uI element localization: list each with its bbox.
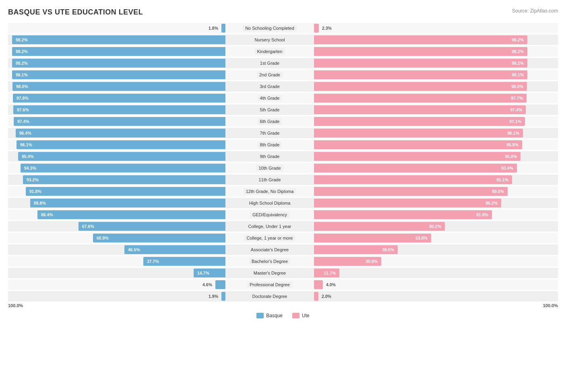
basque-bar [221,24,225,33]
chart-row: 98.1%2nd Grade98.1% [8,70,558,80]
basque-bar: 60.9% [93,234,225,242]
basque-value: 1.8% [209,26,218,31]
legend: Basque Ute [8,313,558,318]
basque-bar: 97.8% [13,94,225,103]
ute-value: 98.2% [512,49,526,54]
left-col: 67.6% [8,222,225,231]
basque-value: 98.2% [14,37,28,42]
ute-value: 96.1% [507,131,521,135]
row-label: High School Diploma [225,200,314,206]
right-col: 97.4% [314,105,531,114]
basque-swatch [256,313,264,318]
label-pill: College, Under 1 year [246,223,293,230]
row-label: 1st Grade [225,60,314,66]
basque-value: 86.4% [39,212,53,217]
right-col: 86.2% [314,199,531,207]
left-col: 37.7% [8,257,225,266]
chart-row: 46.5%Associate's Degree38.6% [8,244,558,255]
chart-row: 97.4%6th Grade97.1% [8,116,558,127]
label-pill: Nursery School [252,37,287,43]
basque-bar [215,280,225,289]
basque-bar: 95.4% [18,152,225,161]
label-pill: Associate's Degree [248,246,291,253]
right-col: 30.9% [314,257,531,266]
chart-row: 95.4%9th Grade95.0% [8,151,558,162]
ute-value: 98.2% [512,61,526,66]
ute-bar: 98.2% [314,47,527,56]
ute-value: 91.1% [496,177,510,182]
left-col: 98.2% [8,35,225,44]
basque-value: 98.0% [14,84,28,89]
basque-value: 89.8% [32,201,46,205]
basque-value: 46.5% [126,247,140,252]
ute-value: 97.7% [511,96,525,101]
basque-value: 97.4% [15,119,29,124]
basque-bar: 94.3% [21,164,225,172]
right-col: 98.0% [314,82,531,91]
basque-value: 98.2% [14,49,28,54]
chart-row: 93.2%11th Grade91.1% [8,174,558,185]
ute-value: 89.0% [492,189,506,194]
chart-area: 1.8%No Schooling Completed2.3%98.2%Nurse… [8,23,558,302]
label-pill: 12th Grade, No Diploma [244,188,296,195]
label-pill: 8th Grade [258,142,282,148]
row-label: 9th Grade [225,153,314,160]
ute-bar: 96.1% [314,129,523,138]
right-col: 2.0% [314,292,531,301]
label-pill: 11th Grade [256,177,283,183]
label-pill: 2nd Grade [257,72,283,78]
basque-bar: 93.2% [23,175,225,184]
basque-bar: 37.7% [143,257,225,266]
right-col: 4.0% [314,280,531,289]
ute-bar: 91.1% [314,175,512,184]
basque-value: 37.7% [145,259,159,264]
basque-value: 4.6% [202,282,212,287]
ute-bar: 81.8% [314,210,492,219]
ute-bar: 98.2% [314,59,527,68]
chart-row: 97.6%5th Grade97.4% [8,105,558,115]
basque-bar: 98.2% [12,47,225,56]
basque-bar [221,292,225,301]
ute-swatch [292,313,300,318]
right-col: 96.1% [314,129,531,138]
ute-bar: 89.0% [314,187,508,196]
ute-value: 4.0% [326,282,336,287]
row-label: Associate's Degree [225,246,314,253]
basque-bar: 96.1% [17,140,225,149]
chart-row: 4.6%Professional Degree4.0% [8,279,558,290]
basque-value: 93.2% [25,177,39,182]
row-label: Kindergarten [225,48,314,55]
row-label: Professional Degree [225,281,314,288]
chart-row: 14.7%Master's Degree11.7% [8,268,558,278]
basque-value: 60.9% [95,236,109,240]
chart-row: 98.2%Nursery School98.2% [8,35,558,45]
label-pill: 5th Grade [258,107,282,113]
row-label: Master's Degree [225,270,314,276]
chart-row: 86.4%GED/Equivalency81.8% [8,209,558,220]
basque-value: 98.2% [14,61,28,66]
basque-value: 95.4% [20,154,34,159]
left-col: 96.1% [8,140,225,149]
ute-bar [314,280,323,289]
right-col: 97.1% [314,117,531,126]
right-col: 60.2% [314,222,531,231]
right-col: 91.1% [314,175,531,184]
row-label: No Schooling Completed [225,25,314,31]
left-col: 46.5% [8,245,225,254]
right-col: 95.8% [314,140,531,149]
axis-right: 100.0% [543,303,558,308]
ute-bar: 98.2% [314,35,527,44]
right-col: 93.4% [314,164,531,172]
ute-value: 53.8% [415,236,430,240]
chart-row: 98.2%Kindergarten98.2% [8,46,558,57]
left-col: 14.7% [8,269,225,277]
label-pill: College, 1 year or more [244,235,295,241]
row-label: GED/Equivalency [225,211,314,218]
ute-value: 86.2% [485,201,500,205]
ute-value: 95.8% [506,142,521,147]
basque-value: 91.8% [27,189,41,194]
ute-bar: 11.7% [314,269,339,277]
row-label: 2nd Grade [225,72,314,78]
ute-value: 97.1% [509,119,523,124]
label-pill: 10th Grade [256,165,283,171]
